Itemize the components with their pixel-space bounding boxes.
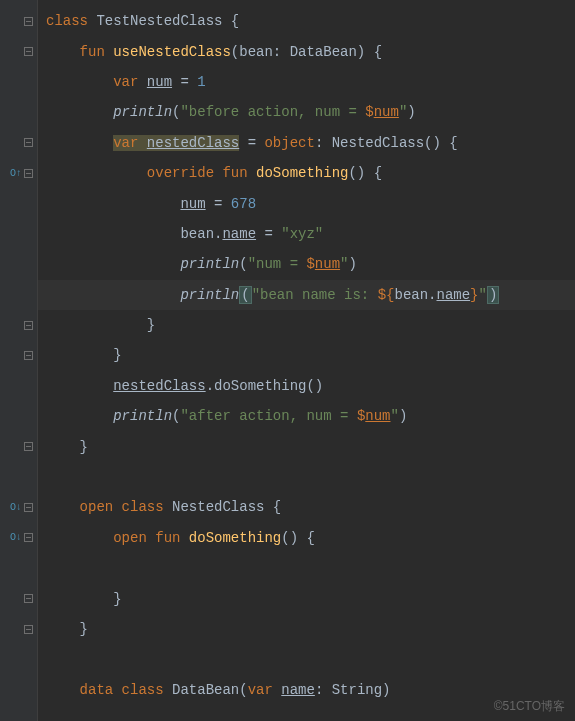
gutter-row (0, 553, 37, 583)
token: } (80, 439, 88, 455)
fold-icon[interactable] (24, 625, 33, 634)
gutter-row (0, 401, 37, 431)
code-line[interactable]: bean.name = "xyz" (38, 219, 575, 249)
token: 678 (231, 196, 256, 212)
token: ${ (378, 287, 395, 303)
token: = (206, 196, 231, 212)
token: name (437, 287, 471, 303)
fold-icon[interactable] (24, 169, 33, 178)
token: println (180, 256, 239, 272)
token: " (391, 408, 399, 424)
gutter-row (0, 128, 37, 158)
token: $ (306, 256, 314, 272)
token: println (180, 287, 239, 303)
token: " (340, 256, 348, 272)
token: nestedClass (113, 378, 205, 394)
fold-icon[interactable] (24, 594, 33, 603)
watermark: ©51CTO博客 (494, 698, 565, 715)
gutter-row (0, 644, 37, 674)
token: .doSomething() (206, 378, 324, 394)
gutter-row (0, 614, 37, 644)
gutter-row: O↓ (0, 492, 37, 522)
code-line[interactable]: } (38, 431, 575, 461)
token: "num = (248, 256, 307, 272)
code-line[interactable]: fun useNestedClass(bean: DataBean) { (38, 36, 575, 66)
fold-icon[interactable] (24, 503, 33, 512)
gutter: O↑O↓O↓ (0, 0, 38, 721)
fold-icon[interactable] (24, 442, 33, 451)
token: $ (357, 408, 365, 424)
fold-icon[interactable] (24, 47, 33, 56)
code-line[interactable] (38, 644, 575, 674)
token: ( (172, 408, 180, 424)
gutter-row (0, 67, 37, 97)
code-line[interactable]: open fun doSomething() { (38, 523, 575, 553)
code-line[interactable]: open class NestedClass { (38, 492, 575, 522)
fold-icon[interactable] (24, 321, 33, 330)
token: ) (399, 408, 407, 424)
token: 1 (197, 74, 205, 90)
token: ) (407, 104, 415, 120)
code-line[interactable]: } (38, 310, 575, 340)
gutter-row (0, 188, 37, 218)
code-line[interactable]: override fun doSomething() { (38, 158, 575, 188)
token: "bean name is: (252, 287, 378, 303)
gutter-row (0, 462, 37, 492)
code-line[interactable]: class TestNestedClass { (38, 6, 575, 36)
token: var (113, 135, 147, 151)
token: useNestedClass (113, 44, 231, 60)
gutter-row (0, 583, 37, 613)
token: DataBean( (172, 682, 248, 698)
code-line[interactable]: } (38, 614, 575, 644)
fold-icon[interactable] (24, 533, 33, 542)
token: num (374, 104, 399, 120)
gutter-row (0, 36, 37, 66)
token: ( (239, 256, 247, 272)
gutter-row (0, 310, 37, 340)
gutter-row: O↓ (0, 523, 37, 553)
token: = (172, 74, 197, 90)
code-line[interactable]: } (38, 583, 575, 613)
code-line[interactable]: println("after action, num = $num") (38, 401, 575, 431)
code-line[interactable] (38, 553, 575, 583)
code-line[interactable]: } (38, 340, 575, 370)
code-line[interactable]: var num = 1 (38, 67, 575, 97)
token: ) (487, 286, 499, 304)
token: open fun (113, 530, 189, 546)
gutter-row (0, 6, 37, 36)
token: = (256, 226, 281, 242)
code-line[interactable]: println("before action, num = $num") (38, 97, 575, 127)
token: " (399, 104, 407, 120)
token: num (147, 74, 172, 90)
gutter-row (0, 97, 37, 127)
fold-icon[interactable] (24, 138, 33, 147)
code-line[interactable]: var nestedClass = object: NestedClass() … (38, 128, 575, 158)
token: : String) (315, 682, 391, 698)
code-line[interactable]: println("num = $num") (38, 249, 575, 279)
token: "xyz" (281, 226, 323, 242)
gutter-row (0, 431, 37, 461)
override-icon[interactable]: O↓ (10, 532, 22, 543)
token: num (315, 256, 340, 272)
code-line[interactable] (38, 462, 575, 492)
fold-icon[interactable] (24, 351, 33, 360)
token: open class (80, 499, 172, 515)
token: : NestedClass() { (315, 135, 458, 151)
override-icon[interactable]: O↓ (10, 502, 22, 513)
fold-icon[interactable] (24, 17, 33, 26)
token: "before action, num = (180, 104, 365, 120)
code-line[interactable]: num = 678 (38, 188, 575, 218)
token: num (365, 408, 390, 424)
token: var (113, 74, 147, 90)
token: bean. (180, 226, 222, 242)
override-icon[interactable]: O↑ (10, 168, 22, 179)
token: ) (348, 256, 356, 272)
token: } (113, 347, 121, 363)
code-editor[interactable]: O↑O↓O↓ class TestNestedClass { fun useNe… (0, 0, 575, 721)
token: (bean: DataBean) { (231, 44, 382, 60)
token: nestedClass (147, 135, 239, 151)
code-line[interactable]: println("bean name is: ${bean.name}") (38, 280, 575, 310)
code-area[interactable]: class TestNestedClass { fun useNestedCla… (38, 0, 575, 721)
token: $ (365, 104, 373, 120)
code-line[interactable]: nestedClass.doSomething() (38, 371, 575, 401)
